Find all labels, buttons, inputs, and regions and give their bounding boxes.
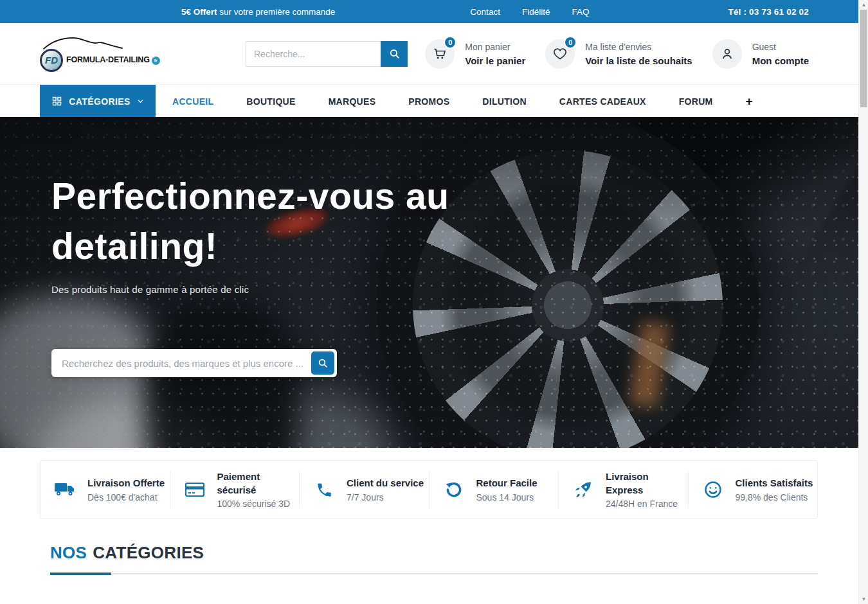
feature-subtitle: Sous 14 Jours	[476, 492, 538, 502]
promo-highlight: 5€ Offert	[181, 7, 217, 17]
nav-item-marques[interactable]: MARQUES	[329, 96, 376, 107]
hero-art-brake-caliper	[629, 321, 670, 407]
nav-item-accueil[interactable]: ACCUEIL	[172, 96, 213, 107]
categories-button[interactable]: CATÉGORIES	[40, 85, 156, 118]
account-icon-circle	[712, 39, 742, 69]
account-widget[interactable]: Guest Mon compte	[712, 39, 809, 69]
feature-service-client: Client du service 7/7 Jours	[299, 471, 429, 508]
hero-title-line1: Perfectionnez-vous au	[51, 171, 868, 221]
grid-icon	[51, 96, 62, 107]
header-actions: 0 Mon panier Voir le panier 0 Ma liste d…	[425, 39, 809, 69]
feature-subtitle: 99.8% des Clients	[736, 492, 813, 502]
nav-item-forum[interactable]: FORUM	[679, 96, 713, 107]
header-search-input[interactable]	[246, 41, 381, 67]
heading-underline	[50, 573, 818, 574]
cart-action-link[interactable]: Voir le panier	[465, 55, 525, 66]
header: FD FORMULA-DETAILINGfr 0 Mon panier Voir…	[0, 23, 868, 84]
logo-monogram: FD	[45, 55, 58, 66]
nav-item-more[interactable]: +	[746, 94, 753, 109]
logo-tld-badge: fr	[152, 57, 160, 65]
feature-paiement-securise: Paiement sécurisé 100% sécurisé 3D	[170, 471, 300, 508]
return-icon	[443, 481, 465, 499]
hero-art-washer-gun	[602, 117, 868, 290]
wishlist-widget[interactable]: 0 Ma liste d'envies Voir la liste de sou…	[545, 39, 692, 69]
hero-search	[51, 349, 337, 377]
wishlist-label: Ma liste d'envies	[585, 42, 692, 52]
cart-widget[interactable]: 0 Mon panier Voir le panier	[425, 39, 525, 69]
topbar-link-faq[interactable]: FAQ	[572, 7, 589, 17]
wishlist-action-link[interactable]: Voir la liste de souhaits	[585, 55, 692, 66]
features-strip: Livraison Offerte Dès 100€ d'achat Paiem…	[40, 460, 818, 519]
hero-banner: Perfectionnez-vous au detailing! Des pro…	[0, 117, 868, 448]
feature-title: Livraison Express	[606, 470, 688, 497]
heart-icon	[552, 46, 568, 62]
rocket-icon	[572, 480, 594, 499]
section-heading: NOSCATÉGORIES	[50, 543, 818, 563]
heading-accent: NOS	[50, 543, 87, 562]
header-search	[246, 41, 408, 67]
hero-art-shade	[0, 117, 868, 448]
feature-retour-facile: Retour Facile Sous 14 Jours	[429, 471, 559, 508]
wishlist-icon-circle: 0	[545, 39, 575, 69]
nav-item-dilution[interactable]: DILUTION	[482, 96, 527, 107]
site-logo[interactable]: FD FORMULA-DETAILINGfr	[40, 36, 174, 72]
logo-brand-text: FORMULA-DETAILINGfr	[66, 55, 160, 64]
feature-livraison-express: Livraison Express 24/48H en France	[558, 471, 688, 508]
nav-item-boutique[interactable]: BOUTIQUE	[246, 96, 295, 107]
hero-search-button[interactable]	[311, 351, 334, 375]
cart-count-badge: 0	[444, 36, 457, 49]
cart-icon	[432, 46, 448, 62]
nav-item-cartes-cadeaux[interactable]: CARTES CADEAUX	[559, 96, 646, 107]
chevron-down-icon	[137, 98, 144, 105]
topbar-links: Contact Fidélité FAQ	[470, 7, 589, 17]
feature-subtitle: 7/7 Jours	[347, 492, 424, 502]
cart-icon-circle: 0	[425, 39, 455, 69]
hero-title-line2: detailing!	[51, 221, 868, 271]
smiley-icon	[702, 480, 724, 499]
hero-art-light-blob	[32, 400, 225, 448]
promo-text: sur votre première commande	[217, 7, 336, 17]
feature-title: Livraison Offerte	[87, 477, 165, 490]
hero-subtitle: Des produits haut de gamme à portée de c…	[51, 284, 868, 295]
account-action-link[interactable]: Mon compte	[752, 55, 809, 66]
hero-art-car-wheel	[413, 150, 723, 448]
nav-item-promos[interactable]: PROMOS	[408, 96, 449, 107]
search-icon	[318, 358, 328, 368]
search-icon	[389, 48, 400, 59]
vertical-scrollbar[interactable]: ▲ ▼	[858, 0, 868, 604]
truck-icon	[54, 481, 76, 498]
hero-art-taillight	[263, 203, 331, 244]
user-icon	[719, 46, 735, 62]
feature-subtitle: 24/48H en France	[606, 499, 688, 509]
wishlist-count-badge: 0	[564, 36, 577, 49]
topbar: 5€ Offert sur votre première commande Co…	[0, 0, 868, 23]
phone-number: Tél : 03 73 61 02 02	[728, 7, 809, 17]
scrollbar-down-arrow[interactable]: ▼	[859, 596, 868, 602]
feature-livraison-offerte: Livraison Offerte Dès 100€ d'achat	[41, 471, 170, 508]
main-nav: CATÉGORIES ACCUEIL BOUTIQUE MARQUES PROM…	[0, 84, 868, 117]
feature-subtitle: 100% sécurisé 3D	[217, 499, 291, 509]
feature-title: Paiement sécurisé	[217, 470, 271, 497]
nav-links: ACCUEIL BOUTIQUE MARQUES PROMOS DILUTION…	[172, 85, 753, 118]
hero-art-water-droplets	[0, 117, 868, 448]
categories-section: NOSCATÉGORIES	[40, 543, 818, 574]
feature-title: Retour Facile	[476, 477, 538, 490]
hero-search-input[interactable]	[54, 358, 311, 369]
heading-rest: CATÉGORIES	[93, 543, 204, 562]
scrollbar-thumb[interactable]	[860, 10, 867, 107]
promo-banner: 5€ Offert sur votre première commande	[181, 7, 335, 17]
feature-title: Clients Satisfaits	[736, 477, 813, 490]
feature-title: Client du service	[347, 477, 424, 490]
topbar-link-fidelite[interactable]: Fidélité	[522, 7, 550, 17]
header-search-button[interactable]	[381, 41, 408, 67]
scrollbar-up-arrow[interactable]: ▲	[859, 2, 868, 8]
credit-card-icon	[184, 481, 206, 498]
feature-clients-satisfaits: Clients Satisfaits 99.8% des Clients	[688, 471, 818, 508]
feature-subtitle: Dès 100€ d'achat	[87, 492, 165, 502]
hero-title: Perfectionnez-vous au detailing!	[51, 171, 868, 271]
categories-button-label: CATÉGORIES	[69, 96, 131, 107]
logo-emblem: FD	[40, 49, 63, 72]
cart-label: Mon panier	[465, 42, 525, 52]
account-label: Guest	[752, 42, 809, 52]
topbar-link-contact[interactable]: Contact	[470, 7, 500, 17]
